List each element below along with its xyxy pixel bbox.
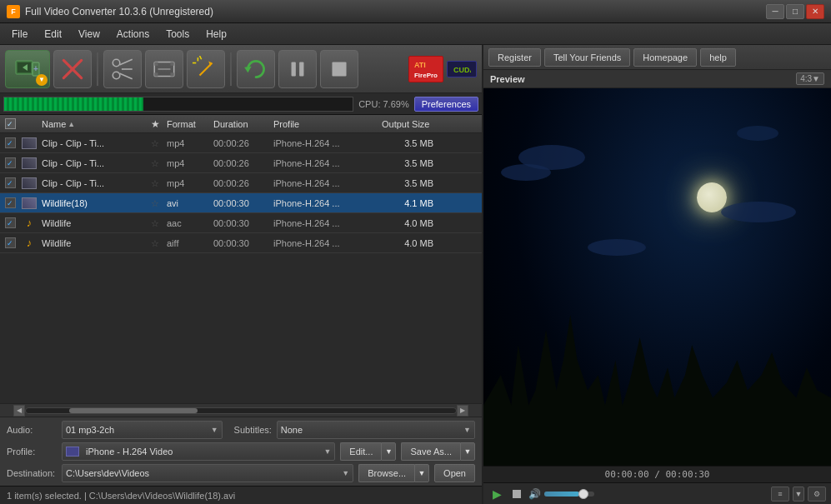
file-duration: 00:00:26 xyxy=(210,138,270,148)
file-name: Wildlife xyxy=(38,218,147,228)
preferences-button[interactable]: Preferences xyxy=(414,97,478,112)
audio-select[interactable]: 01 mp3-2ch ▼ xyxy=(62,421,223,439)
profile-dropdown-icon: ▼ xyxy=(323,447,331,456)
settings-button[interactable]: ⚙ xyxy=(808,487,826,502)
svg-rect-15 xyxy=(170,62,173,65)
column-headers: Name ▲ ★ Format Duration Profile Output … xyxy=(0,115,482,133)
register-button[interactable]: Register xyxy=(488,48,541,67)
table-row[interactable]: Clip - Clip - Ti... ☆ mp4 00:00:26 iPhon… xyxy=(0,153,482,173)
file-format: aac xyxy=(163,218,210,228)
window-controls: ─ □ ✕ xyxy=(766,4,824,19)
homepage-button[interactable]: Homepage xyxy=(633,48,697,67)
svg-rect-26 xyxy=(332,62,346,76)
scrollbar-thumb[interactable] xyxy=(69,408,198,413)
table-row[interactable]: Clip - Clip - Ti... ☆ mp4 00:00:26 iPhon… xyxy=(0,133,482,153)
row-checkbox[interactable] xyxy=(0,237,20,248)
edit-video-button[interactable] xyxy=(145,50,183,88)
add-files-button[interactable]: + ▼ xyxy=(5,50,50,88)
maximize-button[interactable]: □ xyxy=(786,4,804,19)
file-star[interactable]: ☆ xyxy=(147,177,163,189)
file-type-icon xyxy=(20,137,38,149)
video-preview-frame xyxy=(483,88,831,466)
file-duration: 00:00:30 xyxy=(210,218,270,228)
row-checkbox[interactable] xyxy=(0,157,20,168)
edit-profile-button[interactable]: Edit... xyxy=(340,442,381,461)
header-duration-col[interactable]: Duration xyxy=(210,119,270,129)
file-star[interactable]: ☆ xyxy=(147,197,163,209)
play-button[interactable]: ▶ xyxy=(488,486,505,502)
file-output-size: 3.5 MB xyxy=(378,178,437,188)
row-checkbox[interactable] xyxy=(0,177,20,188)
help-button[interactable]: help xyxy=(700,48,736,67)
cut-video-button[interactable] xyxy=(103,50,142,88)
options-button[interactable]: ▼ xyxy=(793,487,804,502)
pause-button[interactable] xyxy=(278,50,317,88)
open-button[interactable]: Open xyxy=(434,464,475,482)
scroll-right-button[interactable]: ▶ xyxy=(457,405,468,417)
menu-view[interactable]: View xyxy=(70,26,108,42)
table-row[interactable]: ♪ Wildlife ☆ aac 00:00:30 iPhone-H.264 .… xyxy=(0,213,482,233)
row-checkbox[interactable] xyxy=(0,217,20,228)
file-star[interactable]: ☆ xyxy=(147,237,163,249)
table-row[interactable]: Clip - Clip - Ti... ☆ mp4 00:00:26 iPhon… xyxy=(0,173,482,193)
stop-playback-button[interactable] xyxy=(508,486,525,502)
subtitles-select[interactable]: None ▼ xyxy=(277,421,475,439)
profile-select[interactable]: iPhone - H.264 Video ▼ xyxy=(62,442,335,461)
scrollbar-track[interactable] xyxy=(25,407,457,414)
sort-arrow-icon: ▲ xyxy=(68,120,75,128)
app-title: Full Video Converter 10.3.6 (Unregistere… xyxy=(25,6,213,17)
remove-files-button[interactable] xyxy=(53,50,92,88)
aspect-ratio-button[interactable]: 4:3▼ xyxy=(796,72,824,85)
close-button[interactable]: ✕ xyxy=(806,4,824,19)
menu-actions[interactable]: Actions xyxy=(108,26,158,42)
edit-dropdown-button[interactable]: ▼ xyxy=(381,442,396,461)
file-format: mp4 xyxy=(163,178,210,188)
file-star[interactable]: ☆ xyxy=(147,137,163,149)
audio-subtitles-row: Audio: 01 mp3-2ch ▼ Subtitles: None ▼ xyxy=(7,421,475,439)
magic-enhance-button[interactable] xyxy=(187,50,225,88)
tell-friends-button[interactable]: Tell Your Friends xyxy=(544,48,630,67)
file-type-icon: ♪ xyxy=(20,237,38,249)
menu-tools[interactable]: Tools xyxy=(158,26,198,42)
cloud-5 xyxy=(737,126,778,141)
destination-input[interactable]: C:\Users\dev\Videos ▼ xyxy=(62,464,353,482)
title-left: F Full Video Converter 10.3.6 (Unregiste… xyxy=(7,5,213,18)
file-profile: iPhone-H.264 ... xyxy=(270,178,378,188)
menu-edit[interactable]: Edit xyxy=(36,26,70,42)
svg-rect-24 xyxy=(292,62,296,76)
svg-rect-13 xyxy=(154,62,158,65)
menu-file[interactable]: File xyxy=(3,26,36,42)
refresh-button[interactable] xyxy=(237,50,275,88)
browse-dropdown-button[interactable]: ▼ xyxy=(414,464,429,482)
save-as-dropdown-button[interactable]: ▼ xyxy=(460,442,475,461)
file-type-icon xyxy=(20,177,38,189)
header-output-col[interactable]: Output Size xyxy=(378,119,437,129)
minimize-button[interactable]: ─ xyxy=(766,4,784,19)
scroll-left-button[interactable]: ◀ xyxy=(13,405,25,417)
table-row[interactable]: Wildlife(18) ☆ avi 00:00:30 iPhone-H.264… xyxy=(0,193,482,213)
header-format-col[interactable]: Format xyxy=(163,119,210,129)
row-checkbox[interactable] xyxy=(0,137,20,148)
cloud-4 xyxy=(588,239,646,256)
right-panel: Register Tell Your Friends Homepage help… xyxy=(483,45,831,504)
file-star[interactable]: ☆ xyxy=(147,157,163,169)
menu-help[interactable]: Help xyxy=(198,26,235,42)
volume-thumb[interactable] xyxy=(578,489,588,499)
left-panel: + ▼ xyxy=(0,45,483,504)
header-name-col[interactable]: Name ▲ xyxy=(38,119,147,129)
profile-label: Profile: xyxy=(7,447,57,457)
save-as-button[interactable]: Save As... xyxy=(401,442,460,461)
list-view-button[interactable]: ≡ xyxy=(771,487,789,502)
volume-slider[interactable] xyxy=(544,492,594,497)
stop-button[interactable] xyxy=(320,50,358,88)
file-type-icon xyxy=(20,157,38,169)
audio-label: Audio: xyxy=(7,425,57,435)
row-checkbox[interactable] xyxy=(0,197,20,208)
file-star[interactable]: ☆ xyxy=(147,217,163,229)
header-profile-col[interactable]: Profile xyxy=(270,119,378,129)
svg-line-22 xyxy=(200,56,202,59)
table-row[interactable]: ♪ Wildlife ☆ aiff 00:00:30 iPhone-H.264 … xyxy=(0,233,482,253)
browse-button[interactable]: Browse... xyxy=(358,464,414,482)
svg-point-8 xyxy=(113,72,120,79)
select-all-checkbox[interactable] xyxy=(5,118,16,129)
